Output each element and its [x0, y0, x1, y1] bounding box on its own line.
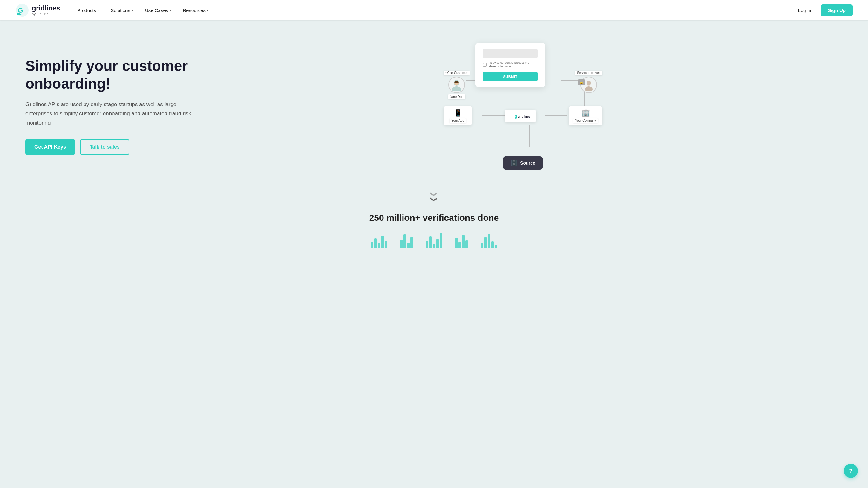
diagram-container: I provide consent to process the shared … — [443, 42, 602, 170]
service-label: Service received — [575, 70, 602, 75]
svg-text:g: g — [515, 114, 517, 118]
stat-bar — [440, 233, 442, 248]
customer-name: Jane Doe — [448, 94, 465, 99]
stat-bar — [436, 239, 439, 248]
hero-content: Simplify your customer onboarding! Gridl… — [25, 57, 203, 155]
navbar-right: Log In Sign Up — [794, 4, 853, 16]
products-chevron-icon: ▾ — [97, 8, 99, 12]
svg-text:gridlines: gridlines — [518, 114, 530, 118]
stat-bar — [410, 237, 413, 248]
middle-row: 📱 Your App g gridlines 🏢 Your Company — [443, 106, 602, 125]
stat-bar — [465, 240, 468, 248]
hero-diagram: I provide consent to process the shared … — [203, 39, 843, 173]
stat-bar — [455, 238, 458, 248]
stat-bar — [381, 236, 384, 248]
stat-bars-1 — [371, 233, 387, 248]
stats-title: 250 million+ verifications done — [25, 213, 843, 223]
stat-bar — [495, 245, 497, 248]
nav-products-label: Products — [77, 8, 96, 13]
node-gridlines: g gridlines — [504, 110, 536, 122]
chevron-group: ❯ ❯ — [431, 191, 437, 203]
help-button[interactable]: ? — [844, 464, 858, 478]
source-label: Source — [520, 160, 535, 165]
app-icon: 📱 — [454, 109, 462, 117]
node-your-company: 🏢 Your Company — [569, 106, 602, 125]
lock-icon: 🔒 — [578, 79, 585, 86]
talk-to-sales-button[interactable]: Talk to sales — [80, 139, 129, 155]
building-icon: 🏢 — [582, 109, 590, 117]
stat-bar — [378, 243, 380, 248]
consent-text: I provide consent to process the shared … — [489, 61, 537, 68]
login-button[interactable]: Log In — [794, 5, 816, 16]
database-icon: 🗄️ — [510, 159, 518, 166]
hero-section: Simplify your customer onboarding! Gridl… — [0, 20, 868, 186]
stat-item-5 — [481, 233, 497, 248]
svg-point-15 — [587, 81, 591, 85]
nav-resources-label: Resources — [183, 8, 206, 13]
stat-bar — [400, 240, 403, 248]
stat-bar — [488, 234, 490, 248]
stats-row — [25, 233, 843, 248]
stat-bar — [433, 244, 435, 248]
resources-chevron-icon: ▾ — [207, 8, 209, 12]
logo-main-text: gridlines — [32, 4, 60, 12]
customer-avatar — [448, 77, 465, 93]
chevron-down-icon-2: ❯ — [431, 196, 437, 202]
stat-bar — [481, 243, 483, 248]
stat-bars-3 — [426, 233, 442, 248]
scroll-indicator: ❯ ❯ — [0, 186, 868, 205]
get-api-keys-button[interactable]: Get API Keys — [25, 139, 75, 155]
nav-item-resources[interactable]: Resources ▾ — [178, 5, 213, 16]
node-source: 🗄️ Source — [503, 156, 542, 170]
stat-bar — [374, 238, 377, 248]
navbar-left: G gridlines by OnGrid Products ▾ Solutio… — [15, 3, 213, 17]
customer-label: *Your Customer — [443, 70, 470, 75]
hero-buttons: Get API Keys Talk to sales — [25, 139, 203, 155]
stat-bar — [403, 235, 406, 248]
hero-description: Gridlines APIs are used by early stage s… — [25, 100, 203, 128]
stat-bars-2 — [400, 233, 413, 248]
stat-bar — [429, 236, 432, 248]
navbar: G gridlines by OnGrid Products ▾ Solutio… — [0, 0, 868, 20]
logo-text: gridlines by OnGrid — [32, 4, 60, 16]
form-checkbox-row: I provide consent to process the shared … — [483, 61, 537, 68]
node-customer: *Your Customer Jane Doe — [443, 70, 470, 99]
stat-bar — [484, 237, 487, 248]
stat-bar — [385, 241, 387, 248]
usecases-chevron-icon: ▾ — [169, 8, 171, 12]
stats-section: 250 million+ verifications done — [0, 205, 868, 261]
hero-title: Simplify your customer onboarding! — [25, 57, 203, 92]
form-card: I provide consent to process the shared … — [475, 42, 545, 87]
nav-solutions-label: Solutions — [111, 8, 130, 13]
nav-usecases-label: Use Cases — [145, 8, 168, 13]
stat-bars-5 — [481, 233, 497, 248]
form-input-field[interactable] — [483, 49, 537, 58]
node-your-app: 📱 Your App — [443, 106, 472, 125]
stat-item-1 — [371, 233, 387, 248]
gridlines-logo-icon: G — [15, 3, 29, 17]
logo-sub-text: by OnGrid — [32, 12, 60, 16]
stat-bar — [459, 242, 461, 248]
stat-bar — [426, 241, 428, 248]
solutions-chevron-icon: ▾ — [131, 8, 133, 12]
svg-point-13 — [452, 86, 461, 91]
stat-item-4 — [455, 233, 468, 248]
nav-item-products[interactable]: Products ▾ — [73, 5, 103, 16]
nav-links: Products ▾ Solutions ▾ Use Cases ▾ Resou… — [73, 5, 213, 16]
app-label: Your App — [450, 118, 466, 123]
svg-point-16 — [585, 86, 593, 91]
company-label: Your Company — [573, 118, 598, 123]
stat-item-3 — [426, 233, 442, 248]
stat-bar — [407, 243, 409, 248]
stat-bars-4 — [455, 233, 468, 248]
stat-bar — [371, 242, 373, 248]
form-submit-button[interactable]: SUBMIT — [483, 72, 537, 81]
stat-bar — [491, 241, 494, 248]
stat-item-2 — [400, 233, 413, 248]
nav-item-usecases[interactable]: Use Cases ▾ — [141, 5, 176, 16]
nav-item-solutions[interactable]: Solutions ▾ — [106, 5, 138, 16]
signup-button[interactable]: Sign Up — [821, 4, 853, 16]
stat-bar — [462, 235, 465, 248]
consent-checkbox[interactable] — [483, 63, 487, 67]
logo[interactable]: G gridlines by OnGrid — [15, 3, 60, 17]
